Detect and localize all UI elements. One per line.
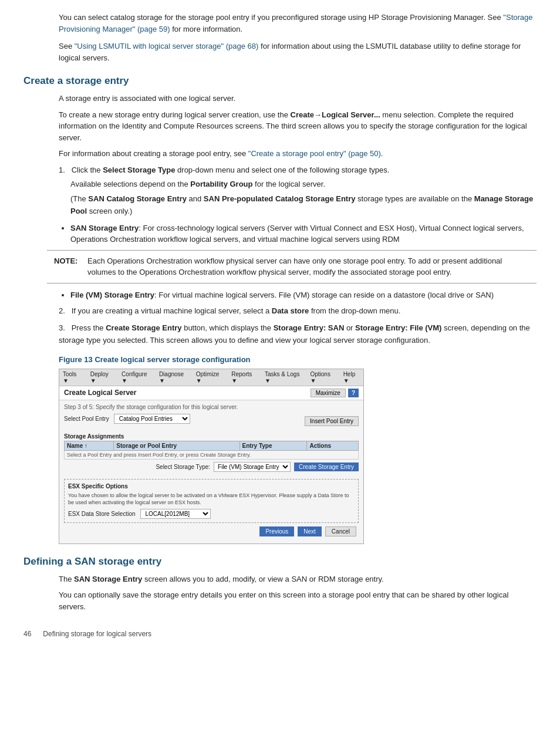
esx-ds-row: ESX Data Store Selection LOCAL[2012MB] <box>68 509 355 519</box>
pool-entry-select[interactable]: Catalog Pool Entries <box>114 414 190 424</box>
footer-text: Defining storage for logical servers <box>43 630 151 638</box>
storage-type-select[interactable]: File (VM) Storage Entry <box>214 462 291 472</box>
step1-sub1: Available selections depend on the Porta… <box>70 178 537 191</box>
intro-para1: You can select catalog storage for the s… <box>59 12 537 35</box>
screenshot-body: Step 3 of 5: Specify the storage configu… <box>59 400 363 544</box>
screenshot-titlebar: Create Logical Server Maximize ? <box>59 386 363 400</box>
storage-assignments-table: Name ↑ Storage or Pool Entry Entry Type … <box>64 441 359 460</box>
screenshot-window-title: Create Logical Server <box>64 389 136 397</box>
menu-diagnose[interactable]: Diagnose ▼ <box>159 371 187 384</box>
bullet-san: SAN Storage Entry: For cross-technology … <box>70 222 537 283</box>
pool-entry-row: Select Pool Entry Catalog Pool Entries <box>64 414 190 424</box>
table-hint: Select a Pool Entry and press Insert Poo… <box>65 450 359 459</box>
storage-assignments-label: Storage Assignments <box>64 433 359 440</box>
bullet-file-vm: File (VM) Storage Entry: For virtual mac… <box>70 289 537 301</box>
table-header-entry-type: Entry Type <box>239 441 307 450</box>
intro-para2: See "Using LSMUTIL with logical server s… <box>59 40 537 63</box>
esx-datastore-select[interactable]: LOCAL[2012MB] <box>140 509 211 519</box>
table-header-name: Name ↑ <box>65 441 114 450</box>
section1-heading: Create a storage entry <box>23 75 537 87</box>
section2-para2: You can optionally save the storage entr… <box>59 589 537 612</box>
esx-section-title: ESX Specific Options <box>68 483 355 490</box>
cancel-button[interactable]: Cancel <box>325 526 356 536</box>
maximize-button[interactable]: Maximize <box>311 389 346 397</box>
page-footer: 46 Defining storage for logical servers <box>23 630 537 638</box>
step-1: 1. Click the Select Storage Type drop-do… <box>59 164 537 301</box>
section1-para1: A storage entry is associated with one l… <box>59 93 537 104</box>
menu-tools[interactable]: Tools ▼ <box>63 371 81 384</box>
menu-optimize[interactable]: Optimize ▼ <box>196 371 222 384</box>
previous-button[interactable]: Previous <box>259 526 294 536</box>
page-number: 46 <box>23 630 31 638</box>
menu-options[interactable]: Options ▼ <box>310 371 333 384</box>
section2-heading: Defining a SAN storage entry <box>23 556 537 568</box>
step1-sub2: (The SAN Catalog Storage Entry and SAN P… <box>70 193 537 218</box>
screenshot-menubar: Tools ▼ Deploy ▼ Configure ▼ Diagnose ▼ … <box>59 369 363 386</box>
step-2: 2. If you are creating a virtual machine… <box>59 305 537 318</box>
screenshot-step-text: Step 3 of 5: Specify the storage configu… <box>64 404 359 410</box>
table-header-pool-entry: Storage or Pool Entry <box>114 441 239 450</box>
help-button[interactable]: ? <box>348 389 359 397</box>
step1-bullets: SAN Storage Entry: For cross-technology … <box>70 222 537 301</box>
next-button[interactable]: Next <box>298 526 322 536</box>
step-3: 3. Press the Create Storage Entry button… <box>59 322 537 347</box>
section1-para2: To create a new storage entry during log… <box>59 109 537 144</box>
menu-reports[interactable]: Reports ▼ <box>231 371 255 384</box>
steps-list: 1. Click the Select Storage Type drop-do… <box>59 164 537 347</box>
section2-para1: The SAN Storage Entry screen allows you … <box>59 573 537 585</box>
link-lsmutil[interactable]: "Using LSMUTIL with logical server stora… <box>75 42 259 50</box>
nav-buttons-row: Previous Next Cancel <box>64 523 359 540</box>
create-storage-entry-button[interactable]: Create Storage Entry <box>294 463 359 471</box>
menu-configure[interactable]: Configure ▼ <box>122 371 150 384</box>
insert-pool-entry-button[interactable]: Insert Pool Entry <box>305 416 359 426</box>
screenshot-figure13: Tools ▼ Deploy ▼ Configure ▼ Diagnose ▼ … <box>59 369 364 544</box>
menu-tasks-logs[interactable]: Tasks & Logs ▼ <box>265 371 301 384</box>
link-storage-pool-entry[interactable]: "Create a storage pool entry" (page 50) <box>248 149 381 158</box>
storage-type-row: Select Storage Type: File (VM) Storage E… <box>64 460 359 474</box>
esx-specific-options: ESX Specific Options You have chosen to … <box>64 479 359 523</box>
figure-caption: Figure 13 Create logical server storage … <box>59 355 537 364</box>
note-box: NOTE: Each Operations Orchestration work… <box>47 250 537 283</box>
table-header-actions: Actions <box>307 441 359 450</box>
section1-para3: For information about creating a storage… <box>59 148 537 160</box>
menu-deploy[interactable]: Deploy ▼ <box>90 371 112 384</box>
menu-help[interactable]: Help ▼ <box>343 371 360 384</box>
esx-description-text: You have chosen to allow the logical ser… <box>68 492 355 507</box>
screenshot-title-buttons: Maximize ? <box>311 389 359 397</box>
